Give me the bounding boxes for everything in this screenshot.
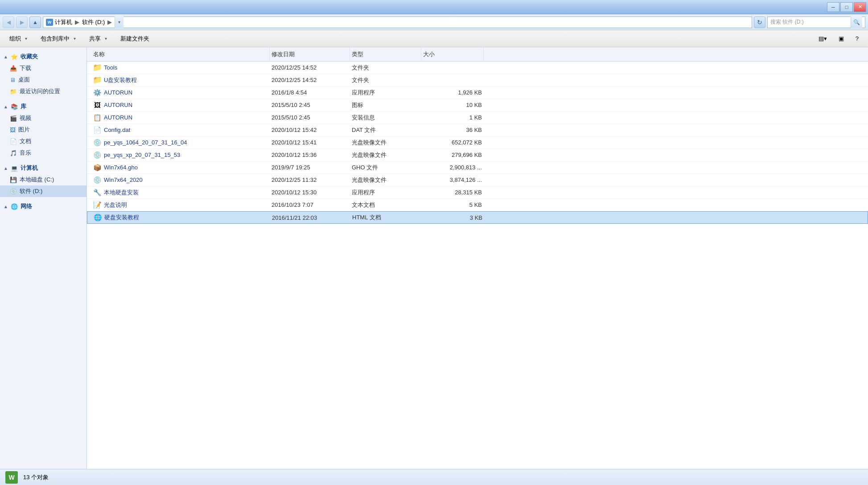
file-date-cell: 2015/5/10 2:45 [270, 114, 350, 121]
navbar: ◀ ▶ ▲ W 计算机 ▶ 软件 (D:) ▶ ▾ ↻ 搜索 软件 (D:) 🔍 [0, 14, 868, 30]
folder-icon: 📁 [93, 76, 102, 84]
preview-button[interactable]: ▣ [834, 33, 849, 45]
forward-button[interactable]: ▶ [16, 16, 28, 28]
search-box[interactable]: 搜索 软件 (D:) 🔍 [767, 16, 865, 28]
file-name: AUTORUN [104, 114, 132, 121]
organize-button[interactable]: 组织 ▾ [4, 33, 34, 45]
table-row[interactable]: 💿 pe_yqs_1064_20_07_31_16_04 2020/10/12 … [87, 136, 868, 149]
download-icon: 📥 [10, 65, 17, 72]
sidebar-header-network[interactable]: ▲ 🌐 网络 [0, 201, 86, 212]
file-date-cell: 2020/10/12 15:41 [270, 139, 350, 146]
table-row[interactable]: 📁 U盘安装教程 2020/12/25 14:52 文件夹 [87, 74, 868, 86]
view-button[interactable]: ▤▾ [814, 33, 832, 45]
sidebar-header-library[interactable]: ▲ 📚 库 [0, 101, 86, 112]
chevron-down-icon: ▲ [4, 54, 8, 59]
file-name-cell: 🌐 硬盘安装教程 [92, 214, 270, 222]
col-header-name[interactable]: 名称 [91, 47, 270, 61]
col-header-modified[interactable]: 修改日期 [270, 47, 350, 61]
folder-icon: 📁 [93, 64, 102, 72]
sidebar-item-drive-d[interactable]: 💿 软件 (D:) [0, 185, 86, 197]
filelist-container: 名称 修改日期 类型 大小 📁 Tools 2020/12/25 14:52 文… [87, 47, 868, 469]
file-size-cell: 28,315 KB [421, 189, 484, 196]
search-icon-button[interactable]: 🔍 [851, 16, 862, 28]
file-name-cell: 📝 光盘说明 [91, 201, 270, 209]
file-date-cell: 2020/12/25 11:32 [270, 177, 350, 183]
library-icon: 📚 [11, 103, 18, 110]
file-name: pe_yqs_xp_20_07_31_15_53 [104, 152, 180, 158]
up-button[interactable]: ▲ [29, 16, 41, 28]
file-type-cell: 安装信息 [350, 114, 421, 122]
table-row[interactable]: 💿 pe_yqs_xp_20_07_31_15_53 2020/10/12 15… [87, 149, 868, 161]
filelist-header: 名称 修改日期 类型 大小 [87, 47, 868, 62]
file-type-cell: 文本文档 [350, 201, 421, 209]
file-icon: 🌐 [94, 214, 102, 222]
file-date-cell: 2019/9/7 19:25 [270, 164, 350, 171]
new-folder-button[interactable]: 新建文件夹 [115, 33, 154, 45]
titlebar-buttons: ─ □ ✕ [827, 2, 866, 12]
table-row[interactable]: 📋 AUTORUN 2015/5/10 2:45 安装信息 1 KB [87, 111, 868, 124]
file-icon: 💿 [93, 139, 101, 147]
table-row[interactable]: 📄 Config.dat 2020/10/12 15:42 DAT 文件 36 … [87, 124, 868, 136]
sidebar-section-computer: ▲ 💻 计算机 💾 本地磁盘 (C:) 💿 软件 (D:) [0, 162, 86, 197]
table-row[interactable]: 🖼 AUTORUN 2015/5/10 2:45 图标 10 KB [87, 99, 868, 111]
table-row[interactable]: 📁 Tools 2020/12/25 14:52 文件夹 [87, 62, 868, 74]
chevron-down-icon-computer: ▲ [4, 166, 8, 171]
include-library-dropdown-icon: ▾ [71, 36, 78, 41]
back-button[interactable]: ◀ [3, 16, 14, 28]
sidebar-item-doc[interactable]: 📄 文档 [0, 136, 86, 147]
file-type-cell: 应用程序 [350, 89, 421, 97]
toolbar-right: ▤▾ ▣ ? [814, 33, 864, 45]
table-row[interactable]: 📦 Win7x64.gho 2019/9/7 19:25 GHO 文件 2,90… [87, 161, 868, 174]
help-button[interactable]: ? [851, 33, 864, 45]
table-row[interactable]: 💿 Win7x64_2020 2020/12/25 11:32 光盘映像文件 3… [87, 174, 868, 186]
address-sep-1: ▶ [75, 19, 79, 25]
titlebar: ─ □ ✕ [0, 0, 868, 14]
table-row[interactable]: 📝 光盘说明 2016/10/23 7:07 文本文档 5 KB [87, 199, 868, 211]
address-computer[interactable]: 计算机 [55, 18, 72, 26]
file-date-cell: 2016/11/21 22:03 [270, 214, 350, 221]
file-size-cell: 652,072 KB [421, 139, 484, 146]
file-name-cell: 📁 U盘安装教程 [91, 76, 270, 84]
sidebar-item-download[interactable]: 📥 下载 [0, 62, 86, 74]
file-name: AUTORUN [104, 102, 132, 108]
close-button[interactable]: ✕ [854, 2, 866, 12]
file-name: Tools [104, 64, 117, 71]
file-type-cell: 图标 [350, 101, 421, 109]
file-date-cell: 2020/10/12 15:36 [270, 152, 350, 158]
sidebar-item-video[interactable]: 🎬 视频 [0, 112, 86, 124]
sidebar-item-music[interactable]: 🎵 音乐 [0, 147, 86, 159]
table-row[interactable]: 🌐 硬盘安装教程 2016/11/21 22:03 HTML 文档 3 KB [87, 211, 868, 224]
file-name: Win7x64.gho [104, 164, 138, 171]
sidebar-item-image[interactable]: 🖼 图片 [0, 124, 86, 136]
table-row[interactable]: 🔧 本地硬盘安装 2020/10/12 15:30 应用程序 28,315 KB [87, 186, 868, 199]
sidebar-item-recent[interactable]: 📁 最近访问的位置 [0, 86, 86, 97]
col-header-type[interactable]: 类型 [350, 47, 421, 61]
include-library-button[interactable]: 包含到库中 ▾ [36, 33, 82, 45]
file-type-cell: 文件夹 [350, 76, 421, 84]
file-icon: 🖼 [93, 101, 101, 109]
table-row[interactable]: ⚙️ AUTORUN 2016/1/8 4:54 应用程序 1,926 KB [87, 86, 868, 99]
setup-info-icon: 📋 [93, 114, 102, 122]
refresh-button[interactable]: ↻ [754, 16, 765, 28]
img-file-icon: 🖼 [94, 101, 101, 109]
share-button[interactable]: 共享 ▾ [84, 33, 114, 45]
status-app-icon: W [5, 471, 18, 484]
sidebar-header-favorites[interactable]: ▲ ⭐ 收藏夹 [0, 51, 86, 62]
address-drive[interactable]: 软件 (D:) [82, 18, 105, 26]
computer-icon: 💻 [11, 165, 18, 172]
file-name-cell: 📄 Config.dat [91, 126, 270, 134]
sidebar-header-computer[interactable]: ▲ 💻 计算机 [0, 162, 86, 174]
sidebar-item-drive-c[interactable]: 💾 本地磁盘 (C:) [0, 174, 86, 185]
doc-icon: 📄 [10, 138, 17, 145]
address-bar[interactable]: W 计算机 ▶ 软件 (D:) ▶ ▾ [43, 16, 752, 28]
file-size-cell: 279,696 KB [421, 152, 484, 158]
maximize-button[interactable]: □ [840, 2, 853, 12]
sidebar-item-desktop[interactable]: 🖥 桌面 [0, 74, 86, 86]
file-size-cell: 5 KB [421, 201, 484, 208]
col-header-size[interactable]: 大小 [421, 47, 484, 61]
file-icon: 💿 [93, 176, 101, 184]
address-dropdown-button[interactable]: ▾ [115, 16, 123, 28]
minimize-button[interactable]: ─ [827, 2, 839, 12]
recent-icon: 📁 [10, 88, 17, 95]
file-type-cell: 应用程序 [350, 189, 421, 197]
